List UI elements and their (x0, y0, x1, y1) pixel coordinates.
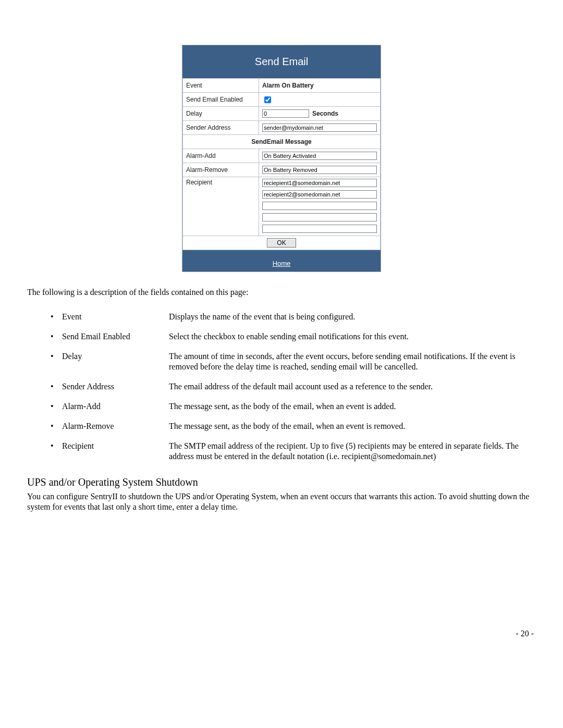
panel-footer: Home (182, 250, 381, 272)
send-email-panel: Send Email Event Alarm On Battery Send E… (182, 45, 381, 272)
bullet-icon: • (51, 351, 62, 362)
recipient-stack (262, 179, 377, 234)
bullet-icon: • (51, 401, 62, 412)
sender-label: Sender Address (183, 121, 259, 135)
recipient-input-4[interactable] (262, 213, 377, 221)
list-item: • Alarm-Remove The message sent, as the … (51, 421, 536, 431)
enabled-checkbox[interactable] (264, 96, 271, 103)
delay-input[interactable] (262, 109, 309, 118)
delay-label: Delay (183, 107, 259, 121)
page-number: - 20 - (516, 629, 534, 638)
delay-unit: Seconds (312, 110, 338, 117)
message-section-header: SendEmail Message (183, 135, 381, 149)
send-email-form: Event Alarm On Battery Send Email Enable… (182, 78, 381, 250)
recipient-input-2[interactable] (262, 190, 377, 199)
list-item: • Send Email Enabled Select the checkbox… (51, 331, 536, 342)
field-desc: Displays the name of the event that is b… (169, 312, 536, 322)
bullet-icon: • (51, 421, 62, 431)
list-item: • Event Displays the name of the event t… (51, 312, 536, 322)
list-item: • Sender Address The email address of th… (51, 381, 536, 392)
intro-text: The following is a description of the fi… (27, 288, 536, 297)
field-description-list: • Event Displays the name of the event t… (27, 312, 536, 462)
field-term: Alarm-Remove (62, 421, 169, 431)
recipient-label: Recipient (183, 177, 259, 236)
field-desc: The email address of the default mail ac… (169, 381, 536, 392)
field-term: Delay (62, 351, 169, 362)
field-desc: The message sent, as the body of the ema… (169, 421, 536, 431)
list-item: • Delay The amount of time in seconds, a… (51, 351, 536, 372)
field-desc: The SMTP email address of the recipient.… (169, 441, 536, 462)
enabled-label: Send Email Enabled (183, 93, 259, 107)
alarm-add-input[interactable] (262, 152, 377, 160)
panel-title: Send Email (182, 45, 381, 78)
bullet-icon: • (51, 381, 62, 392)
field-term: Send Email Enabled (62, 331, 169, 342)
alarm-remove-label: Alarm-Remove (183, 163, 259, 177)
field-term: Recipient (62, 441, 169, 451)
field-term: Alarm-Add (62, 401, 169, 412)
list-item: • Recipient The SMTP email address of th… (51, 441, 536, 462)
bullet-icon: • (51, 331, 62, 342)
alarm-remove-input[interactable] (262, 166, 377, 174)
field-term: Sender Address (62, 381, 169, 392)
sender-input[interactable] (262, 124, 377, 132)
home-link[interactable]: Home (273, 260, 291, 267)
alarm-add-label: Alarm-Add (183, 149, 259, 163)
bullet-icon: • (51, 441, 62, 451)
event-value: Alarm On Battery (262, 82, 314, 89)
ok-button[interactable]: OK (267, 238, 296, 248)
list-item: • Alarm-Add The message sent, as the bod… (51, 401, 536, 412)
bullet-icon: • (51, 312, 62, 322)
field-term: Event (62, 312, 169, 322)
recipient-input-5[interactable] (262, 225, 377, 233)
field-desc: The amount of time in seconds, after the… (169, 351, 536, 372)
section-body: You can configure SentryII to shutdown t… (27, 491, 536, 512)
section-heading: UPS and/or Operating System Shutdown (27, 476, 536, 488)
field-desc: The message sent, as the body of the ema… (169, 401, 536, 412)
recipient-input-1[interactable] (262, 179, 377, 187)
field-desc: Select the checkbox to enable sending em… (169, 331, 536, 342)
event-label: Event (183, 79, 259, 93)
recipient-input-3[interactable] (262, 202, 377, 210)
